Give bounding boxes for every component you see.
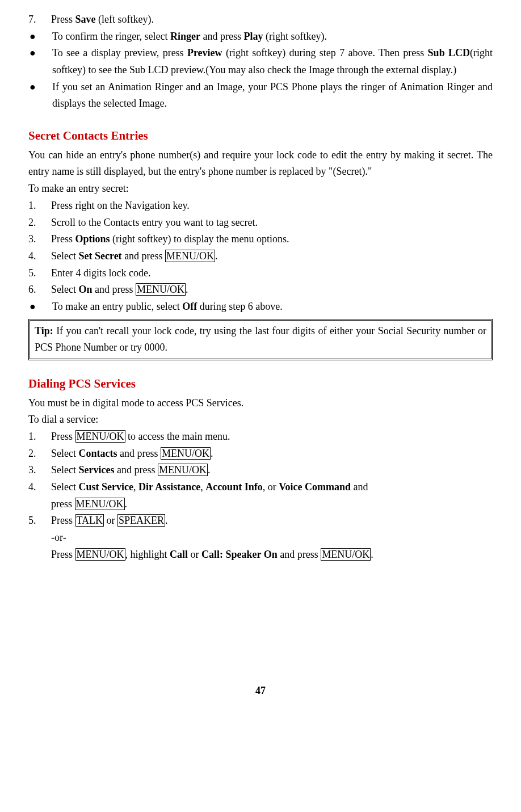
secret-step-5: 5. Enter 4 digits lock code. [28,265,493,282]
text: . [211,448,213,459]
step-content: Select Cust Service, Dir Assistance, Acc… [51,479,493,496]
dialing-step-4: 4. Select Cust Service, Dir Assistance, … [28,479,493,496]
secret-lead: To make an entry secret: [28,180,493,197]
step-content: Select Set Secret and press MENU/OK. [51,248,493,265]
bold-custservice: Cust Service [78,481,133,493]
bullet-dot: ● [28,28,52,45]
step-content: Scroll to the Contacts entry you want to… [51,214,493,232]
bold-on: On [78,284,92,295]
bullet-preview: ● To see a display preview, press Previe… [28,45,493,78]
text: , [133,481,138,493]
text: Press [51,515,75,526]
step-num: 2. [28,445,51,462]
step-num: 1. [28,197,51,214]
bullet-content: If you set an Animation Ringer and an Im… [52,79,493,112]
secret-step-2: 2. Scroll to the Contacts entry you want… [28,214,493,232]
bold-voicecommand: Voice Command [279,481,351,493]
tip-text: If you can't recall your lock code, try … [35,325,486,354]
bold-setsecret: Set Secret [78,250,121,262]
bold-call: Call [170,549,188,560]
step-content: Select Services and press MENU/OK. [51,462,493,479]
text: (left softkey). [96,14,154,25]
bold-play: Play [243,31,263,42]
text: To make an entry public, select [52,301,182,312]
key-menuok: MENU/OK [165,250,215,262]
text: Select [51,448,78,459]
text: during step 6 above. [197,301,282,312]
step-num: 6. [28,281,51,298]
text: and press [114,464,157,476]
key-menuok: MENU/OK [75,548,125,561]
step-num: 2. [28,214,51,232]
bold-dirassist: Dir Assistance [138,481,200,493]
key-menuok: MENU/OK [136,283,186,296]
step-content: Press right on the Navigation key. [51,197,493,214]
tip-box: Tip: If you can't recall your lock code,… [28,319,493,360]
key-menuok: MENU/OK [158,464,208,476]
bullet-content: To confirm the ringer, select Ringer and… [52,28,493,45]
dialing-intro: You must be in digital mode to access PC… [28,395,493,412]
bold-off: Off [182,301,197,312]
bullet-dot: ● [28,298,52,315]
step-content: Press TALK or SPEAKER. [51,512,493,529]
text: or [104,515,117,526]
bold-services: Services [78,464,114,476]
bold-callspeakeron: Call: Speaker On [201,549,278,560]
step-content: Press Save (left softkey). [51,11,493,28]
text: . [125,498,128,510]
step-num: 5. [28,265,51,282]
text: Select [51,284,78,295]
dialing-step-5: 5. Press TALK or SPEAKER. [28,512,493,529]
bullet-dot: ● [28,45,52,78]
tip-label: Tip: [35,325,53,336]
dialing-step-5-line3: Press MENU/OK, highlight Call or Call: S… [28,546,493,563]
step-num: 7. [28,11,51,28]
dialing-step-1: 1. Press MENU/OK to access the main menu… [28,428,493,445]
heading-dialing: Dialing PCS Services [28,374,493,394]
text: and [351,481,368,493]
key-talk: TALK [75,514,104,527]
text: and press [93,284,136,295]
text: and press [200,31,243,42]
bold-accountinfo: Account Info [205,481,263,493]
secret-bullet-off: ● To make an entry public, select Off du… [28,298,493,315]
step-content: Enter 4 digits lock code. [51,265,493,282]
text: , highlight [125,549,170,560]
bullet-animation: ● If you set an Animation Ringer and an … [28,79,493,112]
bold-options: Options [75,233,110,245]
key-menuok: MENU/OK [75,498,125,510]
step-7: 7. Press Save (left softkey). [28,11,493,28]
bullet-dot: ● [28,79,52,112]
dialing-step-5-or: -or- [28,529,493,546]
step-num: 1. [28,428,51,445]
bullet-ringer: ● To confirm the ringer, select Ringer a… [28,28,493,45]
text: . [165,515,168,526]
text: to access the main menu. [125,431,230,442]
text: (right softkey) to display the menu opti… [110,233,289,245]
dialing-step-3: 3. Select Services and press MENU/OK. [28,462,493,479]
text: Select [51,464,78,476]
text: . [371,549,373,560]
dialing-lead: To dial a service: [28,411,493,428]
secret-step-4: 4. Select Set Secret and press MENU/OK. [28,248,493,265]
heading-secret: Secret Contacts Entries [28,126,493,146]
text: To confirm the ringer, select [52,31,170,42]
text: (right softkey). [263,31,326,42]
key-menuok: MENU/OK [321,548,371,561]
text: Press [51,549,75,560]
text: . [215,250,218,262]
text: , or [263,481,279,493]
text: . [186,284,188,295]
bold-ringer: Ringer [170,31,200,42]
step-num: 4. [28,479,51,496]
step-content: Press Options (right softkey) to display… [51,231,493,248]
text: (right softkey) during step 7 above. The… [222,47,428,58]
page-number: 47 [28,683,493,700]
text: and press [278,549,321,560]
secret-intro: You can hide an entry's phone number(s) … [28,147,493,180]
text: If you set an Animation Ringer and an Im… [52,81,493,110]
key-speaker: SPEAKER [117,514,165,527]
key-menuok: MENU/OK [75,430,125,443]
step-content: Select On and press MENU/OK. [51,281,493,298]
text: and press [122,250,165,262]
